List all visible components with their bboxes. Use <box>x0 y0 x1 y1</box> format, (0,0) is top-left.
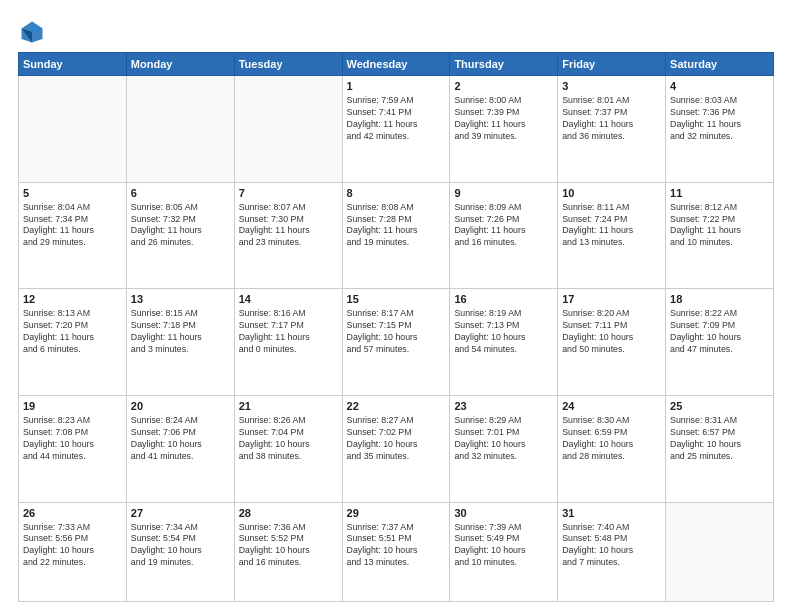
day-cell: 25Sunrise: 8:31 AM Sunset: 6:57 PM Dayli… <box>666 395 774 502</box>
day-cell <box>666 502 774 601</box>
week-row-4: 19Sunrise: 8:23 AM Sunset: 7:08 PM Dayli… <box>19 395 774 502</box>
day-info: Sunrise: 8:30 AM Sunset: 6:59 PM Dayligh… <box>562 415 661 463</box>
day-cell <box>126 76 234 183</box>
day-info: Sunrise: 8:19 AM Sunset: 7:13 PM Dayligh… <box>454 308 553 356</box>
day-cell: 13Sunrise: 8:15 AM Sunset: 7:18 PM Dayli… <box>126 289 234 396</box>
day-number: 6 <box>131 187 230 199</box>
day-cell: 10Sunrise: 8:11 AM Sunset: 7:24 PM Dayli… <box>558 182 666 289</box>
day-info: Sunrise: 8:26 AM Sunset: 7:04 PM Dayligh… <box>239 415 338 463</box>
day-cell <box>234 76 342 183</box>
day-info: Sunrise: 8:03 AM Sunset: 7:36 PM Dayligh… <box>670 95 769 143</box>
weekday-header-saturday: Saturday <box>666 53 774 76</box>
day-number: 28 <box>239 507 338 519</box>
weekday-header-monday: Monday <box>126 53 234 76</box>
day-cell: 15Sunrise: 8:17 AM Sunset: 7:15 PM Dayli… <box>342 289 450 396</box>
day-number: 29 <box>347 507 446 519</box>
day-info: Sunrise: 8:22 AM Sunset: 7:09 PM Dayligh… <box>670 308 769 356</box>
day-number: 11 <box>670 187 769 199</box>
day-cell: 23Sunrise: 8:29 AM Sunset: 7:01 PM Dayli… <box>450 395 558 502</box>
day-info: Sunrise: 8:08 AM Sunset: 7:28 PM Dayligh… <box>347 202 446 250</box>
day-info: Sunrise: 8:09 AM Sunset: 7:26 PM Dayligh… <box>454 202 553 250</box>
day-cell: 9Sunrise: 8:09 AM Sunset: 7:26 PM Daylig… <box>450 182 558 289</box>
day-cell: 11Sunrise: 8:12 AM Sunset: 7:22 PM Dayli… <box>666 182 774 289</box>
day-number: 25 <box>670 400 769 412</box>
day-info: Sunrise: 8:04 AM Sunset: 7:34 PM Dayligh… <box>23 202 122 250</box>
day-cell: 3Sunrise: 8:01 AM Sunset: 7:37 PM Daylig… <box>558 76 666 183</box>
day-info: Sunrise: 8:15 AM Sunset: 7:18 PM Dayligh… <box>131 308 230 356</box>
day-cell: 8Sunrise: 8:08 AM Sunset: 7:28 PM Daylig… <box>342 182 450 289</box>
logo-icon <box>18 18 46 46</box>
day-number: 2 <box>454 80 553 92</box>
weekday-header-tuesday: Tuesday <box>234 53 342 76</box>
day-cell: 14Sunrise: 8:16 AM Sunset: 7:17 PM Dayli… <box>234 289 342 396</box>
day-number: 24 <box>562 400 661 412</box>
day-number: 26 <box>23 507 122 519</box>
day-info: Sunrise: 8:01 AM Sunset: 7:37 PM Dayligh… <box>562 95 661 143</box>
day-info: Sunrise: 8:31 AM Sunset: 6:57 PM Dayligh… <box>670 415 769 463</box>
day-number: 8 <box>347 187 446 199</box>
day-cell: 24Sunrise: 8:30 AM Sunset: 6:59 PM Dayli… <box>558 395 666 502</box>
week-row-1: 1Sunrise: 7:59 AM Sunset: 7:41 PM Daylig… <box>19 76 774 183</box>
week-row-2: 5Sunrise: 8:04 AM Sunset: 7:34 PM Daylig… <box>19 182 774 289</box>
day-info: Sunrise: 8:00 AM Sunset: 7:39 PM Dayligh… <box>454 95 553 143</box>
day-number: 1 <box>347 80 446 92</box>
day-info: Sunrise: 8:07 AM Sunset: 7:30 PM Dayligh… <box>239 202 338 250</box>
day-number: 7 <box>239 187 338 199</box>
week-row-5: 26Sunrise: 7:33 AM Sunset: 5:56 PM Dayli… <box>19 502 774 601</box>
day-number: 13 <box>131 293 230 305</box>
day-number: 5 <box>23 187 122 199</box>
day-info: Sunrise: 8:23 AM Sunset: 7:08 PM Dayligh… <box>23 415 122 463</box>
day-number: 20 <box>131 400 230 412</box>
weekday-header-row: SundayMondayTuesdayWednesdayThursdayFrid… <box>19 53 774 76</box>
day-number: 31 <box>562 507 661 519</box>
page: SundayMondayTuesdayWednesdayThursdayFrid… <box>0 0 792 612</box>
day-cell: 26Sunrise: 7:33 AM Sunset: 5:56 PM Dayli… <box>19 502 127 601</box>
day-number: 17 <box>562 293 661 305</box>
day-cell: 12Sunrise: 8:13 AM Sunset: 7:20 PM Dayli… <box>19 289 127 396</box>
day-info: Sunrise: 8:11 AM Sunset: 7:24 PM Dayligh… <box>562 202 661 250</box>
day-cell: 31Sunrise: 7:40 AM Sunset: 5:48 PM Dayli… <box>558 502 666 601</box>
day-cell: 16Sunrise: 8:19 AM Sunset: 7:13 PM Dayli… <box>450 289 558 396</box>
weekday-header-sunday: Sunday <box>19 53 127 76</box>
day-info: Sunrise: 7:39 AM Sunset: 5:49 PM Dayligh… <box>454 522 553 570</box>
day-info: Sunrise: 8:27 AM Sunset: 7:02 PM Dayligh… <box>347 415 446 463</box>
day-info: Sunrise: 7:59 AM Sunset: 7:41 PM Dayligh… <box>347 95 446 143</box>
weekday-header-thursday: Thursday <box>450 53 558 76</box>
day-number: 14 <box>239 293 338 305</box>
day-cell: 29Sunrise: 7:37 AM Sunset: 5:51 PM Dayli… <box>342 502 450 601</box>
day-number: 12 <box>23 293 122 305</box>
day-cell: 7Sunrise: 8:07 AM Sunset: 7:30 PM Daylig… <box>234 182 342 289</box>
day-cell: 1Sunrise: 7:59 AM Sunset: 7:41 PM Daylig… <box>342 76 450 183</box>
day-info: Sunrise: 8:29 AM Sunset: 7:01 PM Dayligh… <box>454 415 553 463</box>
day-info: Sunrise: 8:12 AM Sunset: 7:22 PM Dayligh… <box>670 202 769 250</box>
day-number: 30 <box>454 507 553 519</box>
day-cell: 28Sunrise: 7:36 AM Sunset: 5:52 PM Dayli… <box>234 502 342 601</box>
day-number: 22 <box>347 400 446 412</box>
day-cell: 30Sunrise: 7:39 AM Sunset: 5:49 PM Dayli… <box>450 502 558 601</box>
day-info: Sunrise: 7:34 AM Sunset: 5:54 PM Dayligh… <box>131 522 230 570</box>
day-cell: 6Sunrise: 8:05 AM Sunset: 7:32 PM Daylig… <box>126 182 234 289</box>
day-number: 16 <box>454 293 553 305</box>
day-cell: 27Sunrise: 7:34 AM Sunset: 5:54 PM Dayli… <box>126 502 234 601</box>
weekday-header-wednesday: Wednesday <box>342 53 450 76</box>
day-cell: 18Sunrise: 8:22 AM Sunset: 7:09 PM Dayli… <box>666 289 774 396</box>
day-number: 10 <box>562 187 661 199</box>
day-number: 9 <box>454 187 553 199</box>
day-cell: 21Sunrise: 8:26 AM Sunset: 7:04 PM Dayli… <box>234 395 342 502</box>
header <box>18 18 774 46</box>
day-cell: 2Sunrise: 8:00 AM Sunset: 7:39 PM Daylig… <box>450 76 558 183</box>
day-cell: 19Sunrise: 8:23 AM Sunset: 7:08 PM Dayli… <box>19 395 127 502</box>
day-info: Sunrise: 7:33 AM Sunset: 5:56 PM Dayligh… <box>23 522 122 570</box>
logo <box>18 18 50 46</box>
day-cell: 17Sunrise: 8:20 AM Sunset: 7:11 PM Dayli… <box>558 289 666 396</box>
day-cell: 20Sunrise: 8:24 AM Sunset: 7:06 PM Dayli… <box>126 395 234 502</box>
day-number: 27 <box>131 507 230 519</box>
day-number: 19 <box>23 400 122 412</box>
calendar: SundayMondayTuesdayWednesdayThursdayFrid… <box>18 52 774 602</box>
day-info: Sunrise: 8:20 AM Sunset: 7:11 PM Dayligh… <box>562 308 661 356</box>
day-number: 23 <box>454 400 553 412</box>
day-cell: 22Sunrise: 8:27 AM Sunset: 7:02 PM Dayli… <box>342 395 450 502</box>
day-number: 15 <box>347 293 446 305</box>
day-info: Sunrise: 8:24 AM Sunset: 7:06 PM Dayligh… <box>131 415 230 463</box>
day-number: 18 <box>670 293 769 305</box>
